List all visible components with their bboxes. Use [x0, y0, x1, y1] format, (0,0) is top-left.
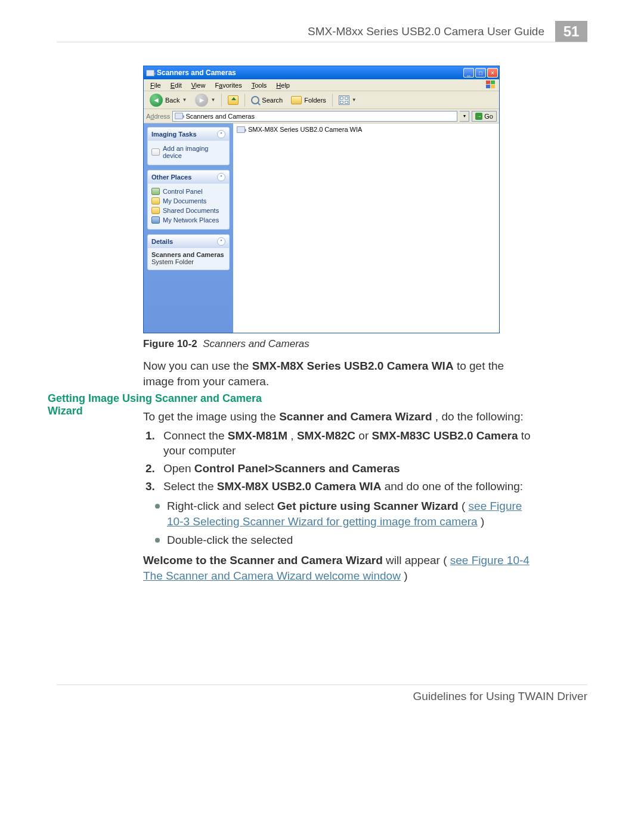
toolbar: ◄ Back ▼ ► ▼ Search: [144, 91, 499, 109]
panel-details: Details ˄ Scanners and Cameras System Fo…: [147, 234, 230, 270]
text: Right-click and select: [167, 500, 277, 512]
figure-caption: Figure 10-2 Scanners and Cameras: [143, 338, 531, 350]
panel-header-imaging[interactable]: Imaging Tasks ˄: [148, 128, 229, 141]
text: ): [481, 515, 484, 528]
footer-text: Guidelines for Using TWAIN Driver: [413, 690, 587, 702]
back-button[interactable]: ◄ Back ▼: [147, 93, 189, 107]
chevron-down-icon: ▼: [352, 97, 357, 103]
window-title: Scanners and Cameras: [157, 69, 463, 77]
bullet-right-click: Right-click and select Get picture using…: [143, 498, 531, 529]
menu-favorites-label: vorites: [222, 82, 242, 89]
link-label: My Network Places: [163, 216, 219, 224]
menu-view[interactable]: View: [187, 80, 210, 90]
panel-header-details[interactable]: Details ˄: [148, 235, 229, 248]
content-column: Scanners and Cameras _ □ × File Edit Vie…: [143, 66, 531, 400]
text: Open: [163, 462, 194, 475]
text-bold: SMX-M8X USB2.0 Camera WIA: [217, 480, 382, 493]
link-label: Control Panel: [163, 188, 203, 195]
address-dropdown[interactable]: ▾: [460, 111, 469, 122]
figure-label: Figure 10-2: [143, 338, 197, 349]
text-bold: SMX-M81M: [228, 429, 287, 442]
xp-window: Scanners and Cameras _ □ × File Edit Vie…: [143, 66, 500, 333]
figure-10-2: Scanners and Cameras _ □ × File Edit Vie…: [143, 66, 531, 333]
panel-other-places: Other Places ˄ Control Panel My Document…: [147, 170, 230, 230]
text-bold: SMX-M83C USB2.0 Camera: [372, 429, 518, 442]
chevron-down-icon: ▼: [210, 97, 215, 103]
details-type: System Folder: [151, 258, 225, 265]
doc-title: SMX-M8xx Series USB2.0 Camera User Guide: [308, 25, 544, 38]
control-panel-icon: [151, 188, 160, 195]
text-bold: Control Panel>Scanners and Cameras: [194, 462, 400, 475]
panel-header-other[interactable]: Other Places ˄: [148, 171, 229, 184]
text: Double-click the selected: [167, 534, 293, 546]
xp-main-area[interactable]: SMX-M8X Series USB2.0 Camera WIA: [233, 123, 499, 333]
text: (: [462, 500, 465, 512]
collapse-icon[interactable]: ˄: [217, 237, 225, 246]
paragraph-intro: To get the image using the Scanner and C…: [143, 409, 531, 425]
paragraph-now-use: Now you can use the SMX-M8X Series USB2.…: [143, 358, 531, 389]
link-my-network-places[interactable]: My Network Places: [151, 215, 225, 225]
menu-help[interactable]: Help: [272, 80, 294, 90]
link-add-imaging-device[interactable]: Add an imaging device: [151, 144, 225, 160]
back-icon: ◄: [150, 94, 163, 107]
go-button[interactable]: → Go: [472, 111, 497, 122]
menu-edit[interactable]: Edit: [166, 80, 186, 90]
collapse-icon[interactable]: ˄: [217, 173, 225, 181]
close-button[interactable]: ×: [487, 68, 498, 78]
views-icon: [339, 95, 349, 105]
menu-tools[interactable]: Tools: [247, 80, 271, 90]
menu-tools-label: ools: [255, 82, 267, 89]
text-bold: Welcome to the Scanner and Camera Wizard: [143, 554, 383, 566]
step-2: Open Control Panel>Scanners and Cameras: [143, 461, 531, 476]
address-input[interactable]: Scanners and Cameras: [172, 111, 457, 122]
address-label: Address: [146, 113, 170, 120]
minimize-button[interactable]: _: [463, 68, 474, 78]
page-footer: Guidelines for Using TWAIN Driver: [57, 685, 587, 703]
maximize-button[interactable]: □: [475, 68, 486, 78]
svg-rect-0: [486, 80, 490, 84]
go-label: Go: [484, 113, 493, 120]
text: will appear (: [386, 554, 447, 566]
search-button[interactable]: Search: [249, 93, 285, 107]
views-button[interactable]: ▼: [336, 93, 359, 107]
svg-rect-1: [491, 80, 495, 84]
back-label: Back: [165, 97, 179, 104]
up-button[interactable]: [225, 93, 241, 107]
text: or: [358, 429, 371, 442]
menu-favorites[interactable]: Favorites: [210, 80, 246, 90]
forward-button[interactable]: ► ▼: [193, 93, 218, 107]
link-control-panel[interactable]: Control Panel: [151, 187, 225, 196]
details-name: Scanners and Cameras: [151, 251, 224, 258]
separator: [221, 94, 222, 107]
menu-help-label: elp: [281, 82, 290, 89]
panel-title: Imaging Tasks: [151, 131, 197, 138]
bullet-double-click: Double-click the selected: [143, 532, 531, 548]
xp-sidebar: Imaging Tasks ˄ Add an imaging device: [144, 123, 233, 333]
menubar: File Edit View Favorites Tools Help: [144, 79, 499, 91]
page-number: 51: [555, 21, 587, 42]
search-icon: [251, 96, 259, 104]
camera-icon: [237, 126, 245, 133]
folder-icon: [291, 96, 302, 104]
menu-file[interactable]: File: [146, 80, 165, 90]
camera-icon: [175, 113, 183, 119]
chevron-down-icon: ▼: [182, 97, 187, 103]
xp-body: Imaging Tasks ˄ Add an imaging device: [144, 123, 499, 333]
text: To get the image using the: [143, 410, 279, 423]
numbered-steps: Connect the SMX-M81M , SMX-M82C or SMX-M…: [143, 428, 531, 494]
device-icon: [151, 148, 160, 156]
text-bold: SMX-M82C: [297, 429, 355, 442]
collapse-icon[interactable]: ˄: [217, 130, 225, 138]
separator: [244, 94, 245, 107]
search-label: Search: [262, 97, 283, 104]
link-label: Shared Documents: [163, 207, 219, 214]
device-item[interactable]: SMX-M8X Series USB2.0 Camera WIA: [237, 126, 496, 133]
address-bar: Address Scanners and Cameras ▾ → Go: [144, 109, 499, 123]
link-shared-documents[interactable]: Shared Documents: [151, 206, 225, 215]
svg-rect-3: [491, 85, 495, 88]
link-my-documents[interactable]: My Documents: [151, 196, 225, 206]
xp-titlebar[interactable]: Scanners and Cameras _ □ ×: [144, 66, 499, 79]
folders-button[interactable]: Folders: [289, 93, 329, 107]
paragraph-welcome: Welcome to the Scanner and Camera Wizard…: [143, 553, 531, 583]
text: , do the following:: [435, 410, 524, 423]
